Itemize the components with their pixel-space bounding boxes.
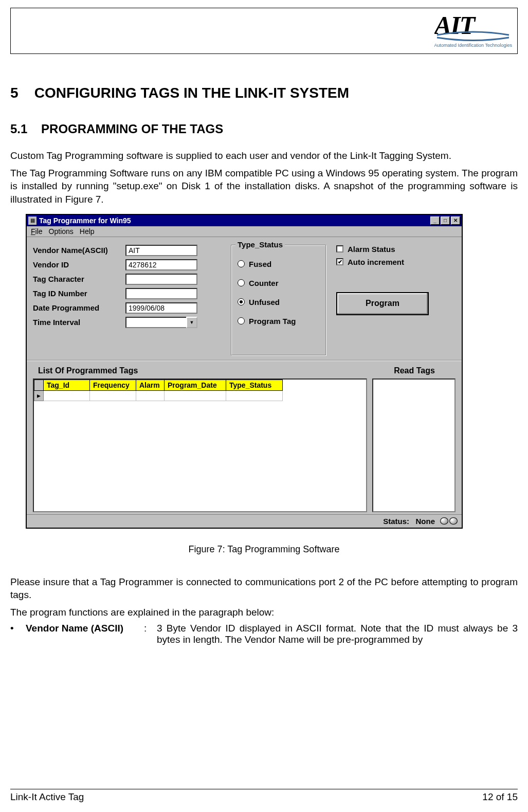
radio-program-tag-label: Program Tag <box>249 317 296 326</box>
checkbox-alarm-status[interactable]: Alarm Status <box>336 245 456 254</box>
tag-id-input[interactable] <box>125 288 197 299</box>
fields-panel: Vendor Name(ASCII) AIT Vendor ID 4278612… <box>33 245 226 355</box>
footer-right: 12 of 15 <box>482 791 518 803</box>
menu-file[interactable]: File <box>31 227 43 236</box>
programmed-tags-grid[interactable]: Tag_Id Frequency Alarm Program_Date Type… <box>33 378 367 512</box>
bullet-vendor-name: • Vendor Name (ASCII) : 3 Byte Vendor ID… <box>10 623 518 645</box>
radio-unfused-label: Unfused <box>249 298 280 306</box>
page-header: AIT Automated Identification Technologie… <box>10 8 518 54</box>
footer-left: Link-It Active Tag <box>10 791 84 803</box>
paragraph-2: The Tag Programming Software runs on any… <box>10 167 518 206</box>
tag-character-input[interactable] <box>125 274 197 285</box>
vendor-name-input[interactable]: AIT <box>125 245 197 256</box>
list-of-tags-label: List Of Programmed Tags <box>38 366 373 375</box>
menubar: File Options Help <box>27 226 462 237</box>
table-row[interactable]: ▸ <box>34 390 283 401</box>
paragraph-1: Custom Tag Programming software is suppl… <box>10 149 518 163</box>
system-menu-icon[interactable]: ▦ <box>28 216 37 225</box>
titlebar: ▦ Tag Programmer for Win95 _ □ ✕ <box>27 215 462 226</box>
logo-subtitle: Automated Identification Technologies <box>434 43 512 48</box>
paragraph-4: The program functions are explained in t… <box>10 606 518 619</box>
status-value: None <box>416 517 435 526</box>
maximize-button[interactable]: □ <box>441 216 450 225</box>
col-alarm[interactable]: Alarm <box>136 380 165 390</box>
tag-character-label: Tag Character <box>33 275 125 283</box>
time-interval-dropdown-button[interactable]: ▼ <box>186 317 197 328</box>
type-status-group: Type_Status Fused Counter Unfused Progra… <box>231 245 326 355</box>
figure-7: ▦ Tag Programmer for Win95 _ □ ✕ File Op… <box>26 214 518 529</box>
read-tags-list[interactable] <box>372 378 456 512</box>
vendor-name-label: Vendor Name(ASCII) <box>33 246 125 255</box>
col-type-status[interactable]: Type_Status <box>226 380 283 390</box>
time-interval-input[interactable] <box>125 317 186 328</box>
minimize-button[interactable]: _ <box>430 216 440 225</box>
options-panel: Alarm Status ✔ Auto increment Program <box>326 245 456 355</box>
company-logo: AIT Automated Identification Technologie… <box>434 13 512 48</box>
radio-counter-label: Counter <box>249 279 279 287</box>
status-label: Status: <box>383 517 409 526</box>
grid-corner <box>34 380 44 390</box>
menu-options[interactable]: Options <box>49 227 74 236</box>
checkbox-auto-box: ✔ <box>336 258 343 265</box>
page-footer: Link-It Active Tag 12 of 15 <box>10 789 518 803</box>
app-window: ▦ Tag Programmer for Win95 _ □ ✕ File Op… <box>26 214 463 529</box>
radio-program-tag[interactable]: Program Tag <box>238 317 319 326</box>
subsection-number: 5.1 <box>10 122 27 136</box>
status-led-1-icon <box>440 517 448 525</box>
window-title: Tag Programmer for Win95 <box>39 216 430 225</box>
subsection-title: PROGRAMMING OF THE TAGS <box>41 122 223 136</box>
tag-id-label: Tag ID Number <box>33 289 125 298</box>
section-heading: 5 CONFIGURING TAGS IN THE LINK-IT SYSTEM <box>10 85 518 101</box>
col-frequency[interactable]: Frequency <box>90 380 136 390</box>
col-tag-id[interactable]: Tag_Id <box>44 380 90 390</box>
radio-unfused[interactable]: Unfused <box>238 298 319 306</box>
logo-mark: AIT <box>434 13 512 42</box>
date-programmed-input[interactable]: 1999/06/08 <box>125 302 197 314</box>
paragraph-3: Please insure that a Tag Programmer is c… <box>10 575 518 602</box>
radio-fused[interactable]: Fused <box>238 260 319 268</box>
section-title: CONFIGURING TAGS IN THE LINK-IT SYSTEM <box>34 85 349 101</box>
radio-counter[interactable]: Counter <box>238 279 319 287</box>
type-status-legend: Type_Status <box>235 240 285 249</box>
svg-text:AIT: AIT <box>434 13 477 40</box>
program-button[interactable]: Program <box>336 292 429 315</box>
bullet-marker: • <box>10 623 26 645</box>
menu-help[interactable]: Help <box>80 227 95 236</box>
checkbox-alarm-label: Alarm Status <box>348 245 395 254</box>
subsection-heading: 5.1 PROGRAMMING OF THE TAGS <box>10 122 518 136</box>
checkbox-auto-increment[interactable]: ✔ Auto increment <box>336 258 456 266</box>
status-led-2-icon <box>449 517 458 525</box>
col-program-date[interactable]: Program_Date <box>165 380 226 390</box>
checkbox-alarm-box <box>336 245 343 252</box>
bullet-description: 3 Byte Vendor ID displayed in ASCII form… <box>157 623 518 645</box>
time-interval-label: Time Interval <box>33 318 125 327</box>
radio-fused-label: Fused <box>249 260 271 268</box>
bullet-colon: : <box>144 623 157 645</box>
read-tags-label: Read Tags <box>373 366 456 375</box>
bullet-term: Vendor Name (ASCII) <box>26 623 144 645</box>
date-programmed-label: Date Programmed <box>33 303 125 312</box>
checkbox-auto-label: Auto increment <box>348 258 404 266</box>
section-number: 5 <box>10 85 19 101</box>
figure-caption: Figure 7: Tag Programming Software <box>10 544 518 555</box>
vendor-id-input[interactable]: 4278612 <box>125 259 197 270</box>
close-button[interactable]: ✕ <box>451 216 460 225</box>
row-selector-icon: ▸ <box>34 390 44 401</box>
vendor-id-label: Vendor ID <box>33 260 125 269</box>
status-bar: Status: None <box>27 514 462 528</box>
